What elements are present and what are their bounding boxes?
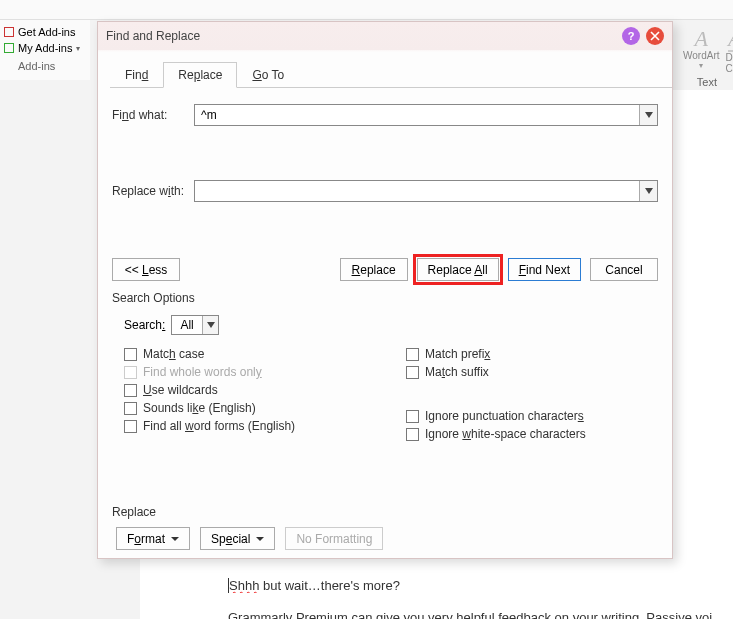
chevron-down-icon [202, 316, 218, 334]
document-text-line1[interactable]: Shhh but wait…there's more? [228, 578, 723, 593]
find-what-input[interactable] [195, 105, 639, 125]
find-what-label: Find what: [112, 108, 186, 122]
wordart-label: WordArt [683, 50, 720, 61]
ignore-punct-checkbox[interactable]: Ignore punctuation characters [406, 409, 658, 423]
addins-group-label: Add-ins [18, 60, 55, 72]
wordart-icon: A [695, 28, 708, 50]
find-what-dropdown-button[interactable] [639, 105, 657, 125]
wordart-button[interactable]: A WordArt ▾ [683, 28, 720, 74]
store-icon [4, 27, 14, 37]
document-text-line2[interactable]: Grammarly Premium can give you very help… [228, 610, 723, 619]
special-button[interactable]: Special [200, 527, 275, 550]
search-direction-select[interactable]: All [171, 315, 219, 335]
tab-replace[interactable]: Replace [163, 62, 237, 88]
text-group-label: Text [697, 76, 717, 88]
replace-with-dropdown-button[interactable] [639, 181, 657, 201]
no-formatting-button: No Formatting [285, 527, 383, 550]
my-addins-button[interactable]: My Add-ins ▾ [4, 40, 86, 56]
find-what-row: Find what: [112, 104, 658, 126]
use-wildcards-checkbox[interactable]: Use wildcards [124, 383, 376, 397]
dropdown-caret-icon: ▾ [699, 61, 703, 70]
find-next-button[interactable]: Find Next [508, 258, 581, 281]
close-icon[interactable] [646, 27, 664, 45]
replace-section-label: Replace [112, 505, 658, 519]
cancel-button[interactable]: Cancel [590, 258, 658, 281]
addins-icon [4, 43, 14, 53]
replace-all-button[interactable]: Replace All [417, 258, 499, 281]
match-suffix-checkbox[interactable]: Match suffix [406, 365, 658, 379]
word-forms-checkbox[interactable]: Find all word forms (English) [124, 419, 376, 433]
find-what-combo[interactable] [194, 104, 658, 126]
ignore-whitespace-checkbox[interactable]: Ignore white-space characters [406, 427, 658, 441]
replace-with-input[interactable] [195, 181, 639, 201]
search-options-label: Search Options [112, 291, 658, 305]
match-case-checkbox[interactable]: Match case [124, 347, 376, 361]
my-addins-label: My Add-ins [18, 42, 72, 54]
dropcap-icon: A [728, 28, 733, 52]
search-direction-value: All [172, 318, 202, 332]
match-prefix-checkbox[interactable]: Match prefix [406, 347, 658, 361]
get-addins-button[interactable]: Get Add-ins [4, 24, 86, 40]
replace-with-label: Replace with: [112, 184, 186, 198]
ribbon-toolbar-row [0, 0, 733, 20]
get-addins-label: Get Add-ins [18, 26, 75, 38]
search-label: Search: [124, 318, 165, 332]
format-button[interactable]: Format [116, 527, 190, 550]
less-button[interactable]: << Less [112, 258, 180, 281]
help-icon[interactable]: ? [622, 27, 640, 45]
tab-find[interactable]: Find [110, 62, 163, 88]
doc-text-rest: but wait…there's more? [259, 578, 400, 593]
replace-formatting-section: Replace Format Special No Formatting [112, 505, 658, 550]
whole-words-checkbox: Find whole words only [124, 365, 376, 379]
dialog-button-row: << Less Replace Replace All Find Next Ca… [112, 258, 658, 281]
dialog-titlebar[interactable]: Find and Replace ? [98, 22, 672, 50]
dialog-tabs: Find Replace Go To [110, 62, 672, 88]
dialog-body: Find what: Replace with: << Less Replace… [98, 88, 672, 560]
find-replace-dialog: Find and Replace ? Find Replace Go To Fi… [97, 21, 673, 559]
sounds-like-checkbox[interactable]: Sounds like (English) [124, 401, 376, 415]
dropcap-button[interactable]: A Dro Cap [726, 28, 734, 74]
text-group: A WordArt ▾ A Dro Cap [683, 28, 733, 74]
tab-goto[interactable]: Go To [237, 62, 299, 88]
spellcheck-word: Shhh [229, 578, 259, 593]
replace-button[interactable]: Replace [340, 258, 408, 281]
replace-with-row: Replace with: [112, 180, 658, 202]
replace-with-combo[interactable] [194, 180, 658, 202]
dialog-title: Find and Replace [106, 29, 616, 43]
search-direction-row: Search: All [124, 315, 658, 335]
dropcap-label: Dro Cap [726, 52, 734, 74]
dropdown-caret-icon: ▾ [76, 44, 80, 53]
options-grid: Match case Find whole words only Use wil… [124, 343, 658, 445]
